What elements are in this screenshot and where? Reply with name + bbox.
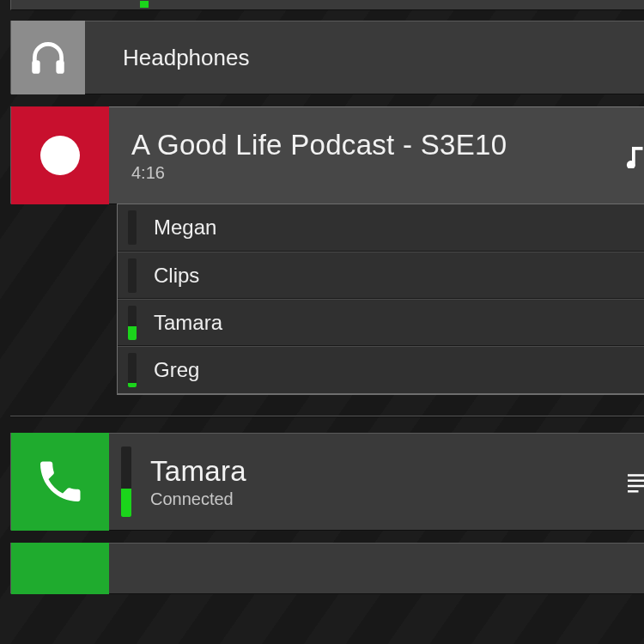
music-note-icon bbox=[623, 143, 644, 168]
section-divider bbox=[10, 416, 644, 417]
level-indicator bbox=[140, 1, 149, 8]
list-icon bbox=[623, 469, 644, 495]
recording-tracks: Megan Clips Tamara Greg bbox=[117, 204, 644, 395]
track-label: Tamara bbox=[154, 311, 222, 335]
recording-row[interactable]: A Good Life Podcast - S3E10 4:16 bbox=[10, 106, 644, 204]
phone-tile bbox=[11, 543, 109, 594]
phone-icon bbox=[34, 456, 86, 507]
headphones-tile bbox=[11, 21, 85, 94]
level-meter bbox=[121, 447, 131, 517]
svg-rect-0 bbox=[32, 60, 39, 74]
track-row[interactable]: Tamara bbox=[118, 299, 644, 346]
level-meter bbox=[128, 353, 137, 387]
recording-title: A Good Life Podcast - S3E10 bbox=[131, 129, 507, 161]
svg-rect-1 bbox=[56, 60, 64, 74]
headphones-icon bbox=[27, 36, 70, 79]
track-label: Greg bbox=[154, 358, 199, 382]
track-row[interactable]: Greg bbox=[118, 346, 644, 393]
caller-status: Connected bbox=[150, 489, 246, 509]
caller-row[interactable]: Tamara Connected bbox=[10, 433, 644, 531]
track-row[interactable]: Clips bbox=[118, 252, 644, 299]
channel-row-partial-top[interactable] bbox=[10, 0, 644, 10]
headphones-label: Headphones bbox=[123, 45, 249, 71]
recording-time: 4:16 bbox=[131, 163, 507, 183]
track-label: Megan bbox=[154, 216, 216, 240]
track-label: Clips bbox=[154, 264, 199, 288]
record-icon bbox=[40, 136, 80, 175]
level-meter bbox=[128, 258, 137, 293]
record-tile[interactable] bbox=[11, 106, 109, 204]
level-meter bbox=[128, 306, 137, 340]
phone-tile[interactable] bbox=[11, 433, 109, 531]
headphones-row[interactable]: Headphones bbox=[10, 21, 644, 94]
channel-row-partial-bottom[interactable] bbox=[10, 543, 644, 594]
caller-name: Tamara bbox=[150, 455, 246, 488]
level-meter bbox=[128, 210, 137, 245]
track-row[interactable]: Megan bbox=[118, 204, 644, 252]
